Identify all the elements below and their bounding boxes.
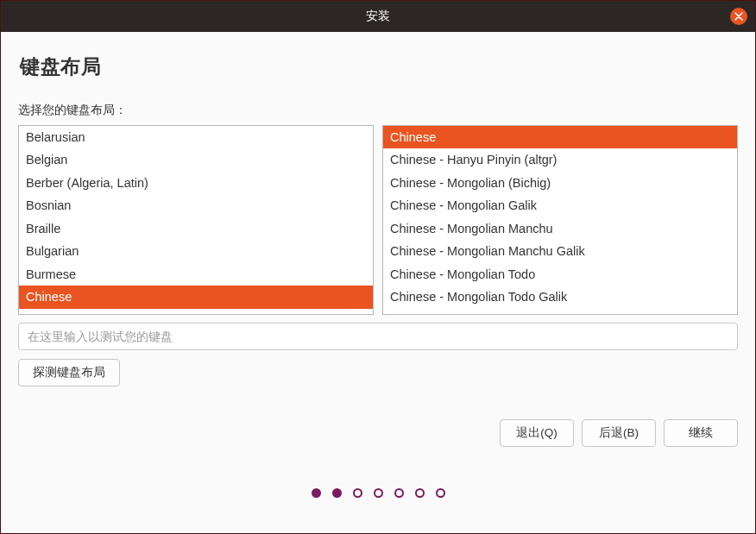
back-button[interactable]: 后退(B) <box>582 419 656 447</box>
content-area: 键盘布局 选择您的键盘布局： BelarusianBelgianBerber (… <box>1 32 755 533</box>
page-title: 键盘布局 <box>20 53 738 80</box>
progress-dot <box>312 488 321 498</box>
detect-row: 探测键盘布局 <box>18 359 738 386</box>
layout-item[interactable]: Croatian <box>19 309 373 315</box>
titlebar: 安装 <box>1 1 755 32</box>
close-icon <box>734 12 743 21</box>
detect-layout-button[interactable]: 探测键盘布局 <box>18 359 120 386</box>
close-button[interactable] <box>730 8 747 25</box>
layout-prompt: 选择您的键盘布局： <box>18 103 738 118</box>
window-title: 安装 <box>366 9 390 24</box>
layout-item[interactable]: Bulgarian <box>19 240 373 262</box>
progress-dot <box>394 488 404 498</box>
layout-item[interactable]: Belgian <box>19 148 373 171</box>
nav-buttons: 退出(Q) 后退(B) 继续 <box>18 419 738 447</box>
variant-item[interactable]: Chinese - Mongolian (Bichig) <box>383 172 737 194</box>
variant-item[interactable]: Chinese - Mongolian Todo Galik <box>383 286 737 308</box>
layout-item[interactable]: Burmese <box>19 263 373 286</box>
layout-item[interactable]: Chinese <box>19 286 373 308</box>
layout-item[interactable]: Bosnian <box>19 194 373 217</box>
layout-item[interactable]: Belarusian <box>19 126 373 148</box>
progress-dot <box>374 488 383 498</box>
progress-dots <box>18 488 738 498</box>
layout-item[interactable]: Berber (Algeria, Latin) <box>19 172 373 194</box>
variant-item[interactable]: Chinese - Hanyu Pinyin (altgr) <box>383 148 737 171</box>
variant-listbox[interactable]: ChineseChinese - Hanyu Pinyin (altgr)Chi… <box>382 125 738 315</box>
keyboard-test-input[interactable] <box>18 323 738 350</box>
layout-lists: BelarusianBelgianBerber (Algeria, Latin)… <box>18 125 738 315</box>
progress-dot <box>353 488 362 498</box>
variant-item[interactable]: Chinese - Mongolian Manchu Galik <box>383 240 737 262</box>
progress-dot <box>436 488 445 498</box>
layout-listbox[interactable]: BelarusianBelgianBerber (Algeria, Latin)… <box>18 125 374 315</box>
continue-button[interactable]: 继续 <box>664 419 738 447</box>
variant-item[interactable]: Chinese - Mongolian Manchu <box>383 217 737 240</box>
variant-item[interactable]: Chinese <box>383 126 737 148</box>
variant-item[interactable]: Chinese - Mongolian Todo <box>383 263 737 286</box>
layout-item[interactable]: Braille <box>19 217 373 240</box>
progress-dot <box>415 488 425 498</box>
progress-dot <box>332 488 342 498</box>
variant-item[interactable]: Chinese - Mongolian Galik <box>383 194 737 217</box>
installer-window: 安装 键盘布局 选择您的键盘布局： BelarusianBelgianBerbe… <box>0 0 756 534</box>
quit-button[interactable]: 退出(Q) <box>500 419 574 447</box>
variant-item[interactable]: Chinese - Mongolian Xibe <box>383 309 737 315</box>
